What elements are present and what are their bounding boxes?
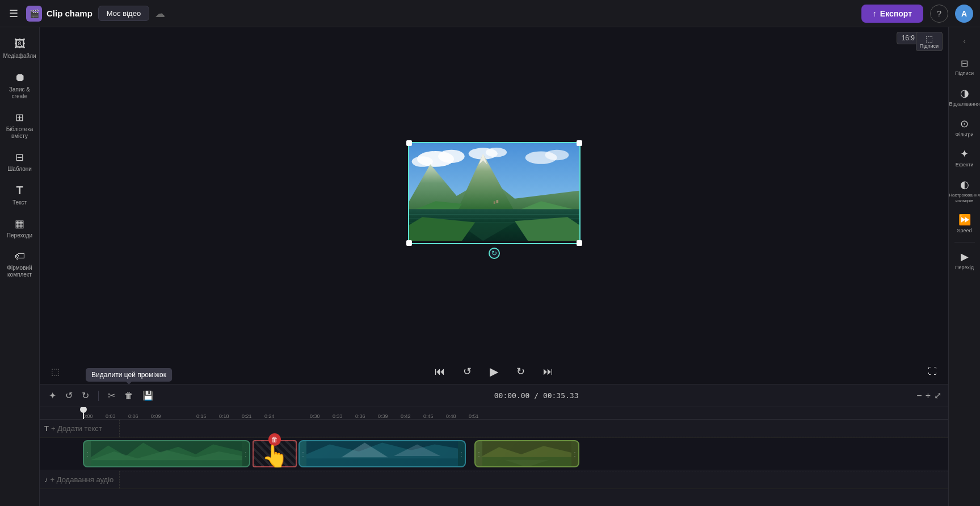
rotate-handle[interactable]: ↻ <box>489 248 500 259</box>
topbar-left: ☰ 🎬 Clip champ Моє відео ☁ <box>7 5 857 22</box>
sidebar-item-text[interactable]: T Текст <box>2 179 37 211</box>
svg-point-7 <box>545 150 569 161</box>
clip-cyan-1[interactable]: ⋮ ⋮ <box>298 440 466 467</box>
subtitle-toggle-button[interactable]: ⬚ <box>49 364 62 379</box>
add-text-button[interactable]: + Додати текст <box>51 424 102 433</box>
clip-handle-left[interactable]: ⋮ <box>84 441 91 466</box>
playback-center: ⏮ ↺ ▶ ↻ ⏭ <box>432 362 556 380</box>
sidebar-item-transitions[interactable]: ▦ Переходи <box>2 213 37 244</box>
right-sidebar-item-effects[interactable]: ✦ Ефекти <box>950 143 979 173</box>
color-adjust-icon: ◑ <box>960 87 969 99</box>
gap-delete-button[interactable]: 🗑 <box>268 433 281 446</box>
clip-thumbnail-gold <box>482 441 571 466</box>
timeline-tracks: T + Додати текст ⋮ <box>40 420 948 506</box>
rewind-button[interactable]: ↺ <box>461 363 474 380</box>
export-button[interactable]: ↑ Експорт <box>861 5 923 23</box>
help-button[interactable]: ? <box>930 5 948 23</box>
hamburger-menu-button[interactable]: ☰ <box>7 5 20 22</box>
sidebar-item-templates[interactable]: ⊟ Шаблони <box>2 147 37 177</box>
right-sidebar-item-color-adjust[interactable]: ◑ Відкалівання <box>950 82 979 112</box>
skip-back-button[interactable]: ⏮ <box>432 363 447 380</box>
clip-cyan-handle-right[interactable]: ⋮ <box>458 441 465 466</box>
delete-button[interactable]: 🗑 <box>122 388 136 403</box>
topbar: ☰ 🎬 Clip champ Моє відео ☁ ↑ Експорт ? A <box>0 0 980 27</box>
right-sidebar: ‹ ⊟ Підписи ◑ Відкалівання ⊙ Фільтри ✦ Е… <box>948 27 980 506</box>
svg-rect-21 <box>496 200 498 203</box>
cut-button[interactable]: ✂ <box>106 388 117 403</box>
zoom-controls: − + ⤢ <box>916 390 941 401</box>
brand-icon: 🏷 <box>15 250 25 262</box>
playback-controls: ⬚ ⏮ ↺ ▶ ↻ ⏭ ⛶ <box>40 359 948 384</box>
sidebar-item-media[interactable]: 🖼 Медіафайли <box>2 33 37 64</box>
effects-icon: ✦ <box>960 148 969 160</box>
video-preview: 16:9 ⬚ Підписи <box>40 27 948 359</box>
app-logo: 🎬 Clip champ <box>26 6 92 22</box>
clip-gold-1[interactable]: ⋮ ⋮ <box>474 440 579 467</box>
cloud-sync-icon: ☁ <box>155 7 165 20</box>
clip-handle-right[interactable]: ⋮ <box>242 441 249 466</box>
resize-handle-tr[interactable] <box>577 140 582 146</box>
text-track-icon: T <box>44 424 49 433</box>
clip-gold-handle-left[interactable]: ⋮ <box>476 441 482 466</box>
undo-button[interactable]: ↺ <box>63 388 75 403</box>
playback-left: ⬚ <box>49 364 62 379</box>
timeline-area: ✦ ↺ ↻ ✂ Видалити цей проміжок 🗑 💾 00:00.… <box>40 384 948 506</box>
resize-handle-br[interactable] <box>577 240 582 246</box>
svg-point-2 <box>438 150 465 163</box>
clip-thumbnail-green <box>91 441 242 466</box>
avatar-button[interactable]: A <box>955 5 973 23</box>
svg-point-5 <box>485 148 506 157</box>
playback-right: ⛶ <box>926 364 939 379</box>
right-sidebar-item-captions[interactable]: ⊟ Підписи <box>950 53 979 81</box>
skip-forward-button[interactable]: ⏭ <box>541 363 556 380</box>
right-sidebar-item-color-grading[interactable]: ◐ Настроювання кольорів <box>950 174 979 208</box>
sidebar-item-library[interactable]: ⊞ Бібліотека вмісту <box>2 107 37 144</box>
my-video-button[interactable]: Моє відео <box>98 6 149 21</box>
text-icon: T <box>16 184 23 197</box>
resize-handle-tl[interactable] <box>406 140 412 146</box>
timeline-ruler: 0:00 0:03 0:06 0:09 0:15 0:18 0:21 0:24 … <box>40 407 948 420</box>
resize-handle-bl[interactable] <box>406 240 412 246</box>
clip-cyan-handle-left[interactable]: ⋮ <box>300 441 306 466</box>
video-content <box>409 143 579 241</box>
text-track-content <box>119 420 948 437</box>
fullscreen-button[interactable]: ⛶ <box>926 364 939 379</box>
video-frame-container[interactable]: ↻ <box>408 142 581 244</box>
right-sidebar-item-speed[interactable]: ⏩ Speed <box>950 209 979 239</box>
text-track-row: T + Додати текст <box>40 420 948 438</box>
clip-thumbnail-cyan <box>306 441 458 466</box>
svg-rect-28 <box>306 458 458 466</box>
audio-track-icon: ♪ <box>44 475 48 484</box>
right-sidebar-item-transition[interactable]: ▶ Перехід <box>950 246 979 275</box>
sidebar-item-brand[interactable]: 🏷 Фірмовий комплект <box>2 246 37 283</box>
sidebar-item-record[interactable]: ⏺ Запис &create <box>2 66 37 104</box>
audio-track-label: ♪ + Додавання аудіо <box>40 475 119 484</box>
captions-button[interactable]: ⬚ Підписи <box>916 32 943 51</box>
media-icon: 🖼 <box>14 37 26 51</box>
video-track-row: ⋮ ⋮ <box>40 438 948 470</box>
zoom-in-button[interactable]: + <box>926 391 931 401</box>
right-sidebar-item-filters[interactable]: ⊙ Фільтри <box>950 113 979 143</box>
maximize-timeline-button[interactable]: ⤢ <box>934 390 941 401</box>
add-audio-button[interactable]: + Додавання аудіо <box>51 475 114 484</box>
clip-gold-handle-right[interactable]: ⋮ <box>571 441 578 466</box>
right-sidebar-collapse-button[interactable]: ‹ <box>958 32 970 50</box>
library-icon: ⊞ <box>15 111 24 124</box>
left-sidebar: 🖼 Медіафайли ⏺ Запис &create ⊞ Бібліотек… <box>0 27 40 506</box>
record-icon: ⏺ <box>14 71 26 84</box>
zoom-out-button[interactable]: − <box>916 391 922 401</box>
save-button[interactable]: 💾 <box>140 388 156 403</box>
app-name: Clip champ <box>47 9 92 18</box>
play-button[interactable]: ▶ <box>487 362 500 380</box>
forward-button[interactable]: ↻ <box>514 363 527 380</box>
right-sidebar-divider <box>954 242 975 242</box>
clip-green-1[interactable]: ⋮ ⋮ <box>83 440 250 467</box>
export-arrow-icon: ↑ <box>873 9 877 18</box>
redo-button[interactable]: ↻ <box>79 388 91 403</box>
toolbar-divider <box>98 391 99 401</box>
svg-rect-20 <box>493 201 495 204</box>
select-tool-button[interactable]: ✦ <box>47 388 58 403</box>
svg-rect-25 <box>91 460 242 466</box>
templates-icon: ⊟ <box>15 151 24 164</box>
timeline-toolbar: ✦ ↺ ↻ ✂ Видалити цей проміжок 🗑 💾 00:00.… <box>40 384 948 407</box>
